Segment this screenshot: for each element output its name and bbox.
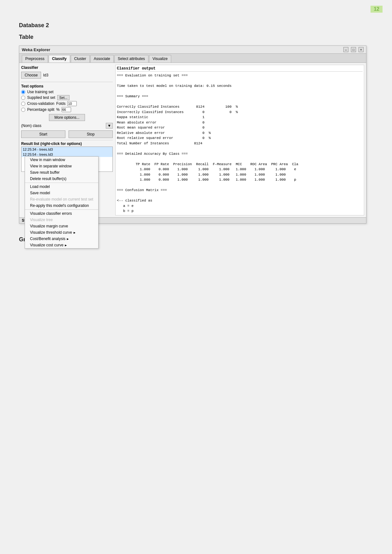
ctx-vis-cost[interactable]: Visualize cost curve xyxy=(25,242,98,248)
ctx-vis-margin[interactable]: Visualize margin curve xyxy=(25,223,98,229)
ctx-load-model[interactable]: Load model xyxy=(25,184,98,190)
test-options-label: Test options xyxy=(21,82,113,88)
weka-content: Classifier Choose Id3 Test options Use t… xyxy=(19,63,366,217)
tab-select-attributes[interactable]: Select attributes xyxy=(114,55,148,63)
radio-percentage-input[interactable] xyxy=(21,108,25,112)
result-list-area: 12:25:34 - trees.Id3 12:25:54 - trees.Id… xyxy=(21,147,113,172)
start-stop-row: Start Stop xyxy=(21,130,113,138)
ctx-delete-result[interactable]: Delete result buffer(s) xyxy=(25,176,98,182)
stop-button[interactable]: Stop xyxy=(69,130,113,138)
database-heading: Database 2 xyxy=(19,22,49,28)
tab-classify[interactable]: Classify xyxy=(49,55,70,63)
classifier-output-panel: Classifier output === Evaluation on trai… xyxy=(115,65,364,215)
nom-class-row: (Nom) class ▼ xyxy=(21,123,113,129)
ctx-re-apply[interactable]: Re-apply this model's configuration xyxy=(25,202,98,209)
set-button[interactable]: Set... xyxy=(57,95,70,100)
radio-use-training: Use training set xyxy=(21,90,113,94)
left-panel: Classifier Choose Id3 Test options Use t… xyxy=(21,65,113,215)
radio-supplied: Supplied test set Set... xyxy=(21,95,113,100)
radio-cross-label: Cross-validation xyxy=(27,101,54,106)
window-controls: – □ × xyxy=(343,47,364,52)
classifier-name: Id3 xyxy=(43,73,48,77)
radio-supplied-input[interactable] xyxy=(21,96,25,100)
percent-sign: % xyxy=(56,107,60,112)
minimize-button[interactable]: – xyxy=(343,47,348,52)
radio-supplied-label: Supplied test set xyxy=(27,95,55,100)
start-button[interactable]: Start xyxy=(21,130,65,138)
ctx-sep-2 xyxy=(25,209,98,210)
ctx-vis-tree: Visualize tree xyxy=(25,217,98,223)
classifier-output-label: Classifier output xyxy=(117,66,363,72)
ctx-view-separate[interactable]: View in separate window xyxy=(25,163,98,169)
ctx-view-main[interactable]: View in main window xyxy=(25,157,98,163)
result-item-0[interactable]: 12:25:34 - trees.Id3 xyxy=(21,147,112,152)
radio-use-training-input[interactable] xyxy=(21,90,25,94)
table-heading: Table xyxy=(19,34,33,40)
weka-title: Weka Explorer xyxy=(22,47,50,52)
radio-percentage: Percentage split % xyxy=(21,107,113,112)
weka-window: Weka Explorer – □ × Preprocess Classify … xyxy=(19,45,366,224)
ctx-cost-benefit[interactable]: Cost/Benefit analysis xyxy=(25,236,98,242)
tab-preprocess[interactable]: Preprocess xyxy=(22,55,48,63)
context-menu: View in main window View in separate win… xyxy=(25,156,99,249)
weka-tabs: Preprocess Classify Cluster Associate Se… xyxy=(19,54,366,63)
classifier-label: Classifier xyxy=(21,65,113,70)
nom-class-dropdown[interactable]: ▼ xyxy=(106,123,113,129)
radio-cross-validation: Cross-validation Folds xyxy=(21,101,113,106)
ctx-re-evaluate: Re-evaluate model on current test set xyxy=(25,196,98,202)
ctx-save-result[interactable]: Save result buffer xyxy=(25,169,98,176)
tab-visualize[interactable]: Visualize xyxy=(149,55,171,63)
percentage-input[interactable] xyxy=(62,107,71,112)
more-options-button[interactable]: More options... xyxy=(49,114,85,121)
ctx-save-model[interactable]: Save model xyxy=(25,190,98,196)
folds-input[interactable] xyxy=(67,101,77,106)
tab-associate[interactable]: Associate xyxy=(90,55,114,63)
radio-percentage-label: Percentage split xyxy=(27,107,54,112)
choose-button[interactable]: Choose xyxy=(21,72,41,79)
ctx-sep-1 xyxy=(25,183,98,183)
ctx-vis-threshold[interactable]: Visualize threshold curve xyxy=(25,229,98,236)
result-list-label: Result list (right-click for options) xyxy=(21,140,113,146)
radio-cross-validation-input[interactable] xyxy=(21,102,25,106)
weka-titlebar: Weka Explorer – □ × xyxy=(19,46,366,54)
radio-use-training-label: Use training set xyxy=(27,90,53,94)
classifier-output-text: === Evaluation on training set === Time … xyxy=(117,73,363,214)
choose-row: Choose Id3 xyxy=(21,72,113,79)
tab-cluster[interactable]: Cluster xyxy=(71,55,90,63)
folds-label: Folds xyxy=(56,101,65,106)
page-number: 12 xyxy=(371,6,383,13)
nom-class-label: (Nom) class xyxy=(21,123,104,128)
maximize-button[interactable]: □ xyxy=(351,47,356,52)
close-button[interactable]: × xyxy=(359,47,364,52)
ctx-vis-errors[interactable]: Visualize classifier errors xyxy=(25,210,98,217)
